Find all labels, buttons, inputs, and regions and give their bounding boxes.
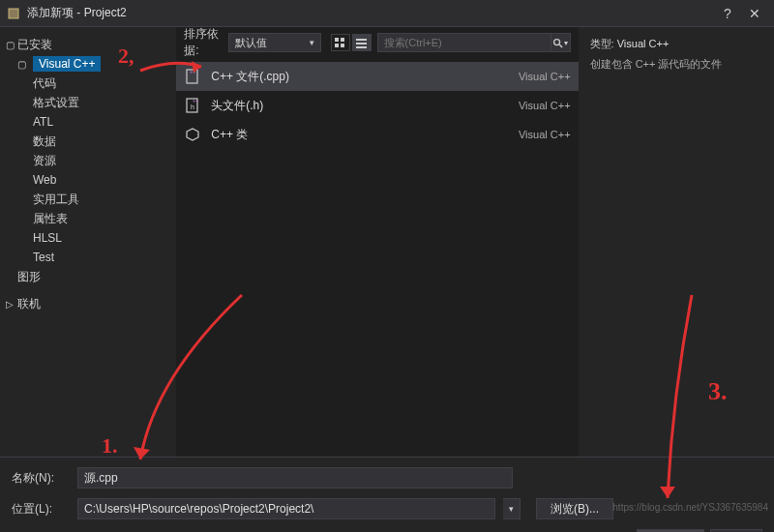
grid-icon: [335, 38, 345, 48]
list-toolbar: 排序依据: 默认值 ▾ ▾: [176, 27, 578, 58]
tree-label: Visual C++: [33, 56, 101, 72]
tree-online[interactable]: ▷ 联机: [0, 294, 176, 313]
svg-line-9: [559, 44, 562, 47]
template-cpp-class[interactable]: C++ 类 Visual C++: [176, 120, 578, 149]
tree-label: ATL: [33, 115, 53, 129]
tree-item-utility[interactable]: 实用工具: [0, 190, 176, 209]
search-button[interactable]: ▾: [551, 33, 571, 52]
tree-label: 数据: [33, 133, 56, 150]
type-label: 类型:: [590, 38, 614, 49]
list-icon: [356, 38, 367, 48]
chevron-down-icon: ▢: [17, 59, 29, 70]
sort-value: 默认值: [235, 36, 267, 50]
app-icon: [6, 6, 21, 21]
tree-visualcpp[interactable]: ▢ Visual C++: [0, 54, 176, 74]
tree-label: HLSL: [33, 231, 62, 245]
tree-label: 资源: [33, 153, 56, 169]
tree-installed[interactable]: ▢ 已安装: [0, 35, 176, 54]
main-area: ▢ 已安装 ▢ Visual C++ 代码 格式设置 ATL 数据 资源 Web…: [0, 27, 774, 457]
chevron-down-icon: ▾: [310, 38, 314, 47]
search-icon: ▾: [552, 38, 568, 48]
tree-label: 图形: [17, 269, 41, 285]
help-button[interactable]: ?: [714, 6, 741, 21]
cpp-class-icon: [184, 126, 201, 143]
template-list: ++ C++ 文件(.cpp) Visual C++ h++ 头文件(.h) V…: [176, 58, 578, 457]
svg-rect-0: [9, 9, 18, 18]
search-input[interactable]: [377, 33, 551, 52]
tree-item-data[interactable]: 数据: [0, 132, 176, 151]
tree-label: 已安装: [17, 37, 52, 53]
details-pane: 类型: Visual C++ 创建包含 C++ 源代码的文件: [579, 27, 774, 457]
template-label: C++ 文件(.cpp): [211, 69, 509, 85]
tree-label: Test: [33, 251, 54, 264]
tree-item-propsheet[interactable]: 属性表: [0, 209, 176, 228]
name-input[interactable]: [77, 467, 513, 488]
tree-item-resource[interactable]: 资源: [0, 151, 176, 170]
template-lang: Visual C++: [519, 129, 571, 140]
svg-rect-3: [335, 44, 339, 47]
window-title: 添加新项 - Project2: [27, 5, 714, 21]
header-file-icon: h++: [184, 97, 201, 114]
svg-rect-4: [341, 44, 344, 47]
view-grid-button[interactable]: [331, 34, 350, 51]
tree-label: 格式设置: [33, 95, 79, 111]
template-lang: Visual C++: [519, 71, 571, 82]
tree-item-web[interactable]: Web: [0, 170, 176, 190]
template-label: 头文件(.h): [211, 98, 509, 114]
tree-label: 联机: [17, 296, 41, 312]
template-header-file[interactable]: h++ 头文件(.h) Visual C++: [176, 91, 578, 120]
tree-label: Web: [33, 173, 56, 187]
search-wrap: ▾: [377, 33, 571, 52]
cpp-file-icon: ++: [184, 68, 201, 85]
tree-item-format[interactable]: 格式设置: [0, 93, 176, 112]
view-toggle: [331, 34, 372, 51]
tree-label: 属性表: [33, 211, 68, 227]
template-label: C++ 类: [211, 127, 509, 143]
category-tree: ▢ 已安装 ▢ Visual C++ 代码 格式设置 ATL 数据 资源 Web…: [0, 27, 176, 457]
tree-item-code[interactable]: 代码: [0, 74, 176, 93]
svg-rect-6: [356, 43, 367, 44]
type-value: Visual C++: [617, 38, 670, 49]
svg-text:++: ++: [190, 69, 195, 74]
chevron-down-icon: ▢: [6, 40, 17, 50]
tree-label: 代码: [33, 75, 56, 92]
template-lang: Visual C++: [519, 100, 571, 111]
bottom-form: 名称(N): 位置(L): ▾ 浏览(B)... 添加(A) 取消: [0, 457, 774, 532]
svg-rect-5: [356, 39, 367, 41]
svg-rect-7: [356, 46, 367, 48]
svg-point-8: [554, 39, 560, 44]
browse-button[interactable]: 浏览(B)...: [536, 498, 613, 519]
template-cpp-file[interactable]: ++ C++ 文件(.cpp) Visual C++: [176, 62, 578, 91]
svg-text:h: h: [191, 103, 194, 110]
svg-rect-2: [341, 38, 344, 42]
center-column: 排序依据: 默认值 ▾ ▾: [176, 27, 578, 457]
sort-dropdown[interactable]: 默认值 ▾: [228, 33, 321, 52]
view-list-button[interactable]: [352, 34, 372, 51]
location-input[interactable]: [77, 498, 495, 519]
svg-rect-1: [335, 38, 339, 42]
tree-item-atl[interactable]: ATL: [0, 112, 176, 132]
titlebar: 添加新项 - Project2 ? ✕: [0, 0, 774, 27]
tree-label: 实用工具: [33, 192, 79, 208]
tree-item-hlsl[interactable]: HLSL: [0, 228, 176, 248]
location-label: 位置(L):: [12, 501, 70, 517]
tree-item-graphics[interactable]: 图形: [0, 267, 176, 286]
chevron-right-icon: ▷: [6, 299, 17, 310]
description: 创建包含 C++ 源代码的文件: [590, 57, 762, 72]
sort-label: 排序依据:: [184, 26, 223, 59]
name-label: 名称(N):: [12, 470, 70, 487]
location-dropdown[interactable]: ▾: [503, 498, 521, 519]
close-button[interactable]: ✕: [741, 6, 768, 21]
tree-item-test[interactable]: Test: [0, 248, 176, 267]
svg-text:++: ++: [193, 98, 198, 103]
